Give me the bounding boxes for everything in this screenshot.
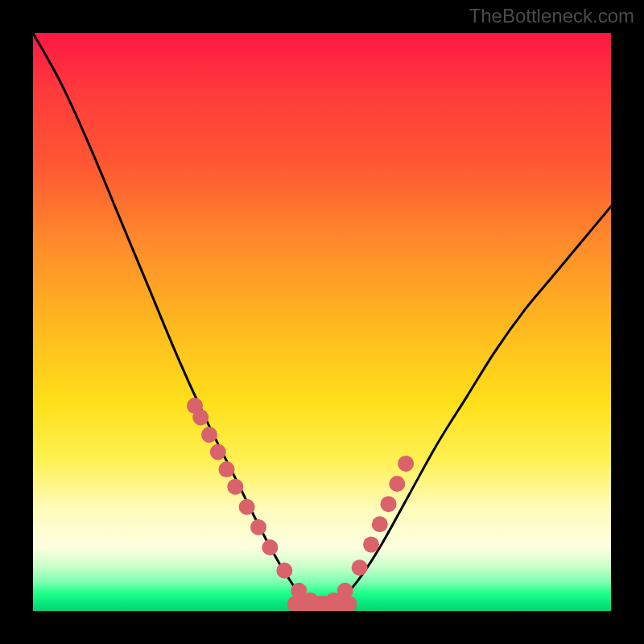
highlight-dot <box>239 499 255 515</box>
chart-frame: TheBottleneck.com <box>0 0 644 644</box>
highlight-dot <box>372 516 388 532</box>
highlight-dot <box>352 559 368 576</box>
highlight-dot <box>210 444 226 460</box>
plot-area <box>33 33 611 611</box>
highlight-dot <box>201 427 217 443</box>
highlight-dot <box>389 476 405 492</box>
highlight-dot <box>192 409 208 425</box>
highlight-dot <box>262 539 278 555</box>
highlight-dot <box>337 583 353 599</box>
highlight-dot <box>398 456 414 472</box>
curve-svg <box>33 33 611 611</box>
watermark-text: TheBottleneck.com <box>469 5 634 27</box>
highlight-dot <box>363 536 379 552</box>
highlight-dot <box>276 563 292 579</box>
highlight-dot <box>227 479 243 495</box>
highlight-dot <box>381 496 397 512</box>
highlight-dots <box>187 398 414 611</box>
highlight-dot <box>250 519 266 535</box>
bottleneck-curve <box>33 33 611 609</box>
highlight-dot <box>219 461 235 477</box>
